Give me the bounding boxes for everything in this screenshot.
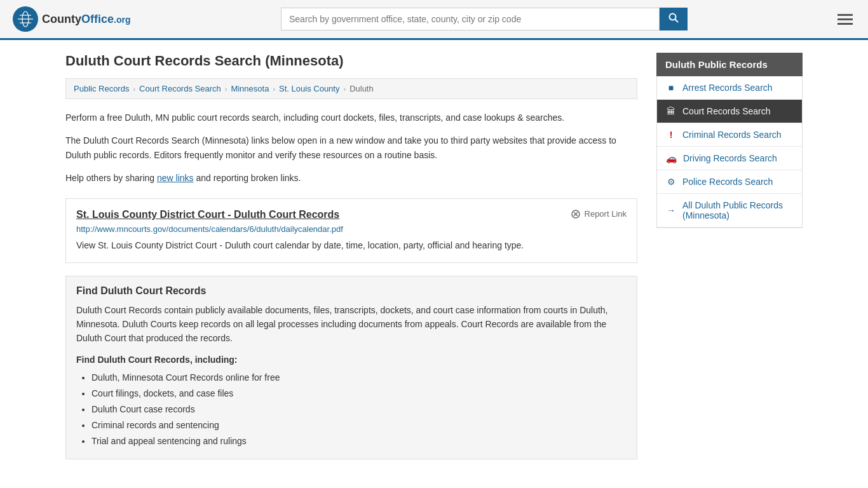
- search-button[interactable]: [660, 8, 688, 30]
- breadcrumb-st-louis-county[interactable]: St. Louis County: [279, 84, 339, 93]
- find-title: Find Duluth Court Records: [76, 285, 627, 297]
- breadcrumb-court-records-search[interactable]: Court Records Search: [139, 84, 221, 93]
- breadcrumb-public-records[interactable]: Public Records: [74, 84, 129, 93]
- sidebar-item-all-records[interactable]: → All Duluth Public Records (Minnesota): [657, 194, 802, 227]
- search-input[interactable]: [281, 8, 660, 30]
- list-item: Duluth, Minnesota Court Records online f…: [92, 370, 627, 386]
- find-subtitle: Find Duluth Court Records, including:: [76, 355, 627, 365]
- sidebar-item-driving-records[interactable]: 🚗 Driving Records Search: [657, 147, 802, 170]
- menu-button[interactable]: [835, 11, 855, 27]
- square-icon: ■: [666, 83, 676, 93]
- find-list: Duluth, Minnesota Court Records online f…: [76, 370, 627, 450]
- description-2: The Duluth Court Records Search (Minneso…: [65, 133, 637, 162]
- svg-line-6: [675, 20, 679, 23]
- main-container: Duluth Court Records Search (Minnesota) …: [53, 40, 815, 472]
- sidebar-title: Duluth Public Records: [656, 53, 803, 76]
- find-description: Duluth Court Records contain publicly av…: [76, 303, 627, 346]
- description-3: Help others by sharing new links and rep…: [65, 171, 637, 185]
- sidebar: Duluth Public Records ■ Arrest Records S…: [656, 53, 803, 459]
- logo-icon: [13, 6, 38, 32]
- car-icon: 🚗: [666, 153, 677, 163]
- sidebar-item-arrest-records[interactable]: ■ Arrest Records Search: [657, 76, 802, 100]
- sidebar-item-criminal-records[interactable]: ! Criminal Records Search: [657, 123, 802, 147]
- exclamation-icon: !: [666, 130, 676, 140]
- breadcrumb: Public Records › Court Records Search › …: [65, 78, 637, 99]
- resource-description: View St. Louis County District Court - D…: [76, 239, 627, 252]
- search-area: [281, 8, 688, 30]
- resource-card: St. Louis County District Court - Duluth…: [65, 198, 637, 263]
- list-item: Trial and appeal sentencing and rulings: [92, 433, 627, 449]
- svg-point-5: [670, 14, 676, 20]
- court-icon: 🏛: [666, 106, 676, 116]
- resource-title[interactable]: St. Louis County District Court - Duluth…: [76, 209, 339, 220]
- list-item: Duluth Court case records: [92, 402, 627, 417]
- sidebar-item-court-records[interactable]: 🏛 Court Records Search: [657, 100, 802, 123]
- resource-url[interactable]: http://www.mncourts.gov/documents/calend…: [76, 224, 627, 234]
- arrow-icon: →: [666, 205, 676, 215]
- logo-area: CountyOffice.org: [13, 6, 140, 32]
- breadcrumb-minnesota[interactable]: Minnesota: [231, 84, 269, 93]
- find-section: Find Duluth Court Records Duluth Court R…: [65, 276, 637, 459]
- gear-icon: ⚙: [666, 177, 676, 187]
- content-area: Duluth Court Records Search (Minnesota) …: [65, 53, 637, 459]
- description-1: Perform a free Duluth, MN public court r…: [65, 111, 637, 125]
- list-item: Court filings, dockets, and case files: [92, 386, 627, 402]
- site-header: CountyOffice.org: [0, 0, 868, 40]
- new-links-link[interactable]: new links: [157, 173, 194, 183]
- report-link-button[interactable]: Report Link: [571, 209, 627, 219]
- sidebar-nav: ■ Arrest Records Search 🏛 Court Records …: [656, 76, 803, 228]
- logo-name: CountyOffice.org: [42, 13, 130, 25]
- breadcrumb-duluth: Duluth: [349, 84, 374, 93]
- page-title: Duluth Court Records Search (Minnesota): [65, 53, 637, 69]
- list-item: Criminal records and sentencing: [92, 417, 627, 433]
- sidebar-item-police-records[interactable]: ⚙ Police Records Search: [657, 170, 802, 194]
